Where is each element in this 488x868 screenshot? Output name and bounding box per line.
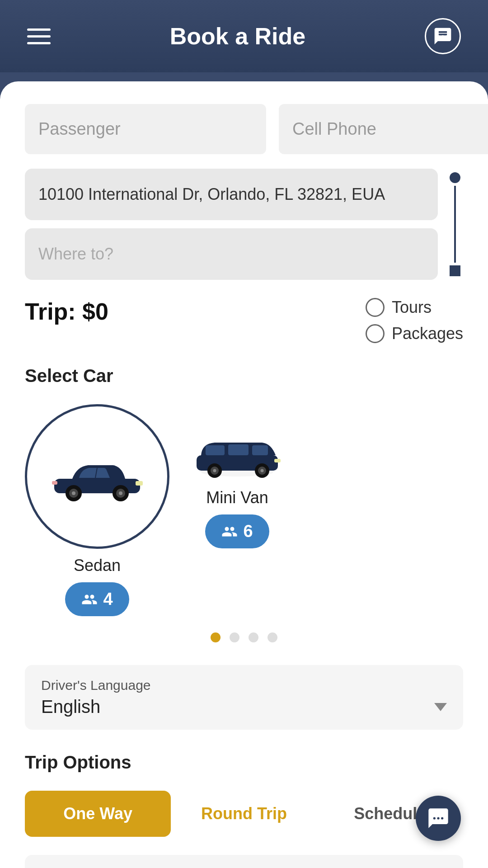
app-header: Book a Ride	[0, 0, 488, 72]
sedan-circle	[25, 404, 169, 549]
header-chat-button[interactable]	[425, 18, 461, 54]
dot-4[interactable]	[267, 632, 277, 642]
coupon-section[interactable]: Coupon	[25, 855, 463, 868]
origin-input[interactable]	[25, 169, 438, 220]
minivan-image	[192, 431, 282, 481]
language-label: Driver's Language	[41, 678, 447, 693]
svg-point-28	[441, 817, 443, 819]
svg-point-0	[438, 35, 440, 37]
passenger-input[interactable]	[25, 104, 266, 154]
trip-extra-options: Tours Packages	[366, 298, 463, 343]
packages-option[interactable]: Packages	[366, 324, 463, 343]
round-trip-button[interactable]: Round Trip	[171, 791, 317, 837]
svg-point-24	[261, 469, 264, 472]
sedan-image	[47, 449, 147, 504]
svg-point-27	[437, 817, 439, 819]
connector-square	[450, 265, 460, 276]
sedan-people-icon	[81, 591, 98, 608]
hamburger-menu[interactable]	[27, 28, 51, 44]
route-section	[25, 169, 463, 280]
phone-input[interactable]	[279, 104, 488, 154]
trip-info-row: Trip: $0 Tours Packages	[25, 298, 463, 343]
chevron-down-icon	[434, 703, 447, 711]
trip-options-title: Trip Options	[25, 752, 463, 773]
svg-point-2	[446, 35, 448, 37]
svg-rect-25	[274, 459, 281, 462]
packages-label: Packages	[392, 324, 463, 343]
minivan-capacity: 6	[205, 514, 269, 548]
language-value: English	[41, 697, 100, 717]
svg-rect-13	[52, 481, 57, 485]
svg-rect-12	[136, 481, 143, 486]
sedan-capacity-number: 4	[103, 590, 113, 609]
chat-icon	[433, 26, 453, 46]
sedan-name: Sedan	[74, 556, 121, 575]
language-section[interactable]: Driver's Language English	[25, 665, 463, 730]
dot-3[interactable]	[249, 632, 258, 642]
car-item-sedan[interactable]: Sedan 4	[25, 404, 169, 616]
connector-dot	[450, 172, 460, 183]
svg-rect-17	[228, 444, 249, 455]
dot-1[interactable]	[211, 632, 221, 642]
route-inputs	[25, 169, 438, 280]
svg-point-26	[433, 817, 436, 819]
carousel-dots	[25, 632, 463, 642]
svg-point-11	[119, 491, 122, 495]
packages-radio[interactable]	[366, 324, 385, 343]
sedan-capacity: 4	[65, 582, 129, 616]
minivan-name: Mini Van	[206, 488, 268, 507]
minivan-capacity-number: 6	[243, 522, 253, 541]
select-car-title: Select Car	[25, 366, 463, 386]
tours-option[interactable]: Tours	[366, 298, 432, 317]
svg-rect-16	[206, 445, 225, 455]
svg-point-21	[213, 469, 216, 472]
tours-label: Tours	[392, 298, 432, 317]
svg-rect-18	[252, 445, 268, 455]
trip-options-section: Trip Options One Way Round Trip Schedule	[25, 752, 463, 837]
svg-point-8	[72, 491, 75, 495]
svg-point-1	[442, 35, 444, 37]
one-way-button[interactable]: One Way	[25, 791, 171, 837]
dot-2[interactable]	[230, 632, 239, 642]
main-card: Trip: $0 Tours Packages Select Car	[0, 81, 488, 868]
trip-options-buttons: One Way Round Trip Schedule	[25, 791, 463, 837]
tours-radio[interactable]	[366, 298, 385, 317]
destination-input[interactable]	[25, 228, 438, 280]
car-item-minivan[interactable]: Mini Van 6	[192, 404, 282, 548]
cars-list: Sedan 4	[25, 404, 463, 616]
language-select-row[interactable]: English	[41, 697, 447, 717]
passenger-phone-row	[25, 104, 463, 154]
trip-price: Trip: $0	[25, 298, 108, 325]
minivan-people-icon	[221, 524, 238, 540]
route-connector	[447, 169, 463, 280]
floating-chat-button[interactable]	[416, 796, 461, 841]
connector-line	[454, 186, 456, 263]
floating-chat-icon	[427, 807, 450, 830]
page-title: Book a Ride	[170, 23, 306, 50]
